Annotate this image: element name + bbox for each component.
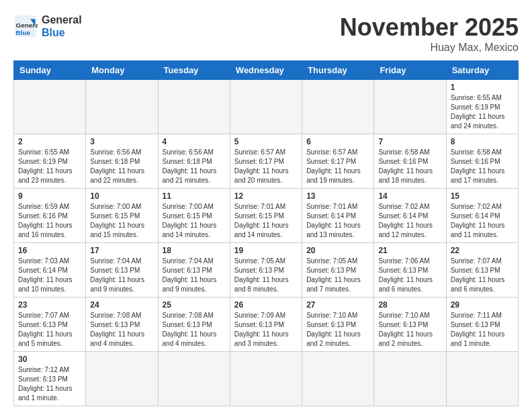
calendar-cell: 13Sunrise: 7:01 AM Sunset: 6:14 PM Dayli… bbox=[302, 189, 374, 243]
day-info: Sunrise: 7:05 AM Sunset: 6:13 PM Dayligh… bbox=[234, 257, 298, 294]
calendar-cell: 12Sunrise: 7:01 AM Sunset: 6:15 PM Dayli… bbox=[230, 189, 302, 243]
calendar-cell: 3Sunrise: 6:56 AM Sunset: 6:18 PM Daylig… bbox=[86, 134, 158, 189]
month-title: November 2025 bbox=[340, 13, 519, 42]
calendar-cell: 4Sunrise: 6:56 AM Sunset: 6:18 PM Daylig… bbox=[158, 134, 230, 189]
weekday-header-sunday: Sunday bbox=[14, 61, 86, 80]
day-info: Sunrise: 6:58 AM Sunset: 6:16 PM Dayligh… bbox=[451, 148, 514, 185]
calendar-cell: 5Sunrise: 6:57 AM Sunset: 6:17 PM Daylig… bbox=[230, 134, 302, 189]
day-number: 9 bbox=[18, 191, 81, 201]
day-info: Sunrise: 7:04 AM Sunset: 6:13 PM Dayligh… bbox=[163, 257, 226, 294]
logo-general: General bbox=[42, 13, 82, 26]
day-number: 20 bbox=[306, 246, 369, 255]
day-info: Sunrise: 7:01 AM Sunset: 6:15 PM Dayligh… bbox=[234, 202, 298, 240]
calendar-cell: 18Sunrise: 7:04 AM Sunset: 6:13 PM Dayli… bbox=[158, 243, 230, 298]
calendar-cell bbox=[302, 80, 374, 134]
day-number: 30 bbox=[18, 355, 81, 364]
weekday-header-thursday: Thursday bbox=[302, 61, 374, 80]
calendar-cell: 24Sunrise: 7:08 AM Sunset: 6:13 PM Dayli… bbox=[86, 298, 158, 352]
title-block: November 2025 Huay Max, Mexico bbox=[340, 13, 519, 54]
day-number: 15 bbox=[451, 191, 514, 201]
calendar-cell: 8Sunrise: 6:58 AM Sunset: 6:16 PM Daylig… bbox=[446, 134, 518, 189]
calendar-cell bbox=[230, 80, 302, 134]
day-info: Sunrise: 7:00 AM Sunset: 6:15 PM Dayligh… bbox=[90, 202, 153, 240]
page-header: General Blue General Blue November 2025 … bbox=[13, 13, 519, 54]
calendar-cell bbox=[158, 352, 230, 406]
calendar-cell bbox=[86, 80, 158, 134]
day-number: 3 bbox=[90, 137, 153, 146]
day-info: Sunrise: 7:09 AM Sunset: 6:13 PM Dayligh… bbox=[234, 311, 298, 349]
day-number: 12 bbox=[234, 191, 298, 201]
calendar-cell: 20Sunrise: 7:05 AM Sunset: 6:13 PM Dayli… bbox=[302, 243, 374, 298]
day-number: 11 bbox=[163, 191, 226, 201]
calendar-cell bbox=[230, 352, 302, 406]
day-number: 13 bbox=[306, 191, 369, 201]
day-info: Sunrise: 6:57 AM Sunset: 6:17 PM Dayligh… bbox=[234, 148, 298, 185]
day-info: Sunrise: 6:56 AM Sunset: 6:18 PM Dayligh… bbox=[90, 148, 153, 185]
calendar-cell bbox=[14, 80, 86, 134]
day-number: 16 bbox=[18, 246, 81, 255]
calendar-cell: 7Sunrise: 6:58 AM Sunset: 6:16 PM Daylig… bbox=[374, 134, 446, 189]
day-info: Sunrise: 6:55 AM Sunset: 6:19 PM Dayligh… bbox=[18, 148, 81, 185]
day-info: Sunrise: 7:02 AM Sunset: 6:14 PM Dayligh… bbox=[451, 202, 514, 240]
calendar-cell bbox=[374, 80, 446, 134]
logo-blue: Blue bbox=[42, 26, 82, 39]
calendar-cell: 15Sunrise: 7:02 AM Sunset: 6:14 PM Dayli… bbox=[446, 189, 518, 243]
day-info: Sunrise: 6:56 AM Sunset: 6:18 PM Dayligh… bbox=[163, 148, 226, 185]
weekday-header-saturday: Saturday bbox=[446, 61, 518, 80]
day-info: Sunrise: 7:10 AM Sunset: 6:13 PM Dayligh… bbox=[306, 311, 369, 349]
location: Huay Max, Mexico bbox=[340, 42, 519, 54]
calendar-cell bbox=[446, 352, 518, 406]
calendar-cell: 27Sunrise: 7:10 AM Sunset: 6:13 PM Dayli… bbox=[302, 298, 374, 352]
day-number: 21 bbox=[378, 246, 441, 255]
day-number: 23 bbox=[18, 300, 81, 310]
weekday-header-friday: Friday bbox=[374, 61, 446, 80]
calendar-cell: 6Sunrise: 6:57 AM Sunset: 6:17 PM Daylig… bbox=[302, 134, 374, 189]
day-number: 29 bbox=[451, 300, 514, 310]
calendar-cell: 25Sunrise: 7:08 AM Sunset: 6:13 PM Dayli… bbox=[158, 298, 230, 352]
day-info: Sunrise: 6:59 AM Sunset: 6:16 PM Dayligh… bbox=[18, 202, 81, 240]
logo-icon: General Blue bbox=[13, 14, 38, 38]
calendar-cell bbox=[374, 352, 446, 406]
calendar-cell: 9Sunrise: 6:59 AM Sunset: 6:16 PM Daylig… bbox=[14, 189, 86, 243]
day-info: Sunrise: 7:03 AM Sunset: 6:14 PM Dayligh… bbox=[18, 257, 81, 294]
day-number: 2 bbox=[18, 137, 81, 146]
calendar-cell: 23Sunrise: 7:07 AM Sunset: 6:13 PM Dayli… bbox=[14, 298, 86, 352]
day-number: 8 bbox=[451, 137, 514, 146]
day-number: 25 bbox=[163, 300, 226, 310]
day-info: Sunrise: 7:08 AM Sunset: 6:13 PM Dayligh… bbox=[90, 311, 153, 349]
day-number: 17 bbox=[90, 246, 153, 255]
day-number: 14 bbox=[378, 191, 441, 201]
calendar-cell: 2Sunrise: 6:55 AM Sunset: 6:19 PM Daylig… bbox=[14, 134, 86, 189]
logo: General Blue General Blue bbox=[13, 13, 82, 39]
calendar-cell: 30Sunrise: 7:12 AM Sunset: 6:13 PM Dayli… bbox=[14, 352, 86, 406]
day-info: Sunrise: 7:05 AM Sunset: 6:13 PM Dayligh… bbox=[306, 257, 369, 294]
day-number: 7 bbox=[378, 137, 441, 146]
calendar-cell: 16Sunrise: 7:03 AM Sunset: 6:14 PM Dayli… bbox=[14, 243, 86, 298]
calendar-cell: 28Sunrise: 7:10 AM Sunset: 6:13 PM Dayli… bbox=[374, 298, 446, 352]
day-number: 18 bbox=[163, 246, 226, 255]
day-number: 1 bbox=[451, 83, 514, 92]
calendar-cell: 29Sunrise: 7:11 AM Sunset: 6:13 PM Dayli… bbox=[446, 298, 518, 352]
calendar-cell: 17Sunrise: 7:04 AM Sunset: 6:13 PM Dayli… bbox=[86, 243, 158, 298]
day-info: Sunrise: 6:55 AM Sunset: 6:19 PM Dayligh… bbox=[451, 93, 514, 131]
day-info: Sunrise: 7:06 AM Sunset: 6:13 PM Dayligh… bbox=[378, 257, 441, 294]
day-number: 28 bbox=[378, 300, 441, 310]
calendar-cell: 22Sunrise: 7:07 AM Sunset: 6:13 PM Dayli… bbox=[446, 243, 518, 298]
day-info: Sunrise: 7:07 AM Sunset: 6:13 PM Dayligh… bbox=[18, 311, 81, 349]
svg-text:Blue: Blue bbox=[16, 29, 31, 36]
weekday-header-monday: Monday bbox=[86, 61, 158, 80]
calendar-cell bbox=[158, 80, 230, 134]
day-number: 27 bbox=[306, 300, 369, 310]
day-number: 10 bbox=[90, 191, 153, 201]
day-info: Sunrise: 7:10 AM Sunset: 6:13 PM Dayligh… bbox=[378, 311, 441, 349]
day-number: 19 bbox=[234, 246, 298, 255]
day-info: Sunrise: 7:02 AM Sunset: 6:14 PM Dayligh… bbox=[378, 202, 441, 240]
day-info: Sunrise: 6:58 AM Sunset: 6:16 PM Dayligh… bbox=[378, 148, 441, 185]
calendar-cell: 21Sunrise: 7:06 AM Sunset: 6:13 PM Dayli… bbox=[374, 243, 446, 298]
calendar-cell: 14Sunrise: 7:02 AM Sunset: 6:14 PM Dayli… bbox=[374, 189, 446, 243]
day-info: Sunrise: 6:57 AM Sunset: 6:17 PM Dayligh… bbox=[306, 148, 369, 185]
day-number: 22 bbox=[451, 246, 514, 255]
calendar-cell: 1Sunrise: 6:55 AM Sunset: 6:19 PM Daylig… bbox=[446, 80, 518, 134]
day-number: 4 bbox=[163, 137, 226, 146]
calendar-cell: 10Sunrise: 7:00 AM Sunset: 6:15 PM Dayli… bbox=[86, 189, 158, 243]
